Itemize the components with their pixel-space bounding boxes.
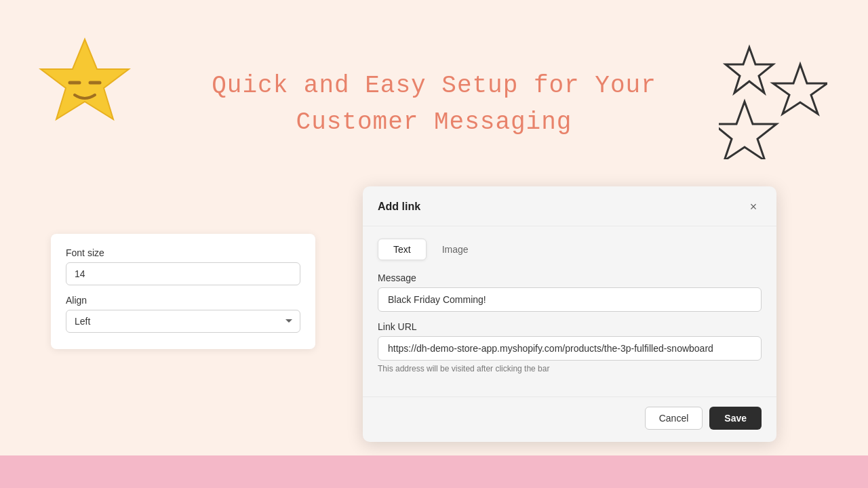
tab-text[interactable]: Text <box>378 239 427 260</box>
modal-close-button[interactable]: × <box>745 199 762 215</box>
modal-header: Add link × <box>363 186 776 226</box>
align-select[interactable]: Left Center Right <box>66 310 300 333</box>
font-size-label: Font size <box>66 247 300 258</box>
tab-image[interactable]: Image <box>427 239 484 260</box>
font-size-group: Font size <box>66 247 300 285</box>
align-group: Align Left Center Right <box>66 295 300 333</box>
link-url-group: Link URL This address will be visited af… <box>378 321 762 373</box>
align-label: Align <box>66 295 300 306</box>
modal-body: Text Image Message Link URL This address… <box>363 226 776 396</box>
settings-panel: Font size Align Left Center Right <box>51 234 315 349</box>
link-url-label: Link URL <box>378 321 762 332</box>
add-link-modal: Add link × Text Image Message Link URL T… <box>363 186 776 442</box>
font-size-input[interactable] <box>66 262 300 285</box>
link-url-input[interactable] <box>378 336 762 361</box>
save-button[interactable]: Save <box>709 407 762 430</box>
message-input[interactable] <box>378 287 762 312</box>
main-title-container: Quick and Easy Setup for Your Customer M… <box>0 68 868 141</box>
tab-group: Text Image <box>378 239 762 260</box>
link-hint: This address will be visited after click… <box>378 364 762 373</box>
message-group: Message <box>378 272 762 312</box>
cancel-button[interactable]: Cancel <box>645 407 703 430</box>
message-label: Message <box>378 272 762 283</box>
modal-footer: Cancel Save <box>363 396 776 442</box>
bottom-bar <box>0 455 868 488</box>
modal-title: Add link <box>378 201 420 213</box>
main-title: Quick and Easy Setup for Your Customer M… <box>0 68 868 141</box>
